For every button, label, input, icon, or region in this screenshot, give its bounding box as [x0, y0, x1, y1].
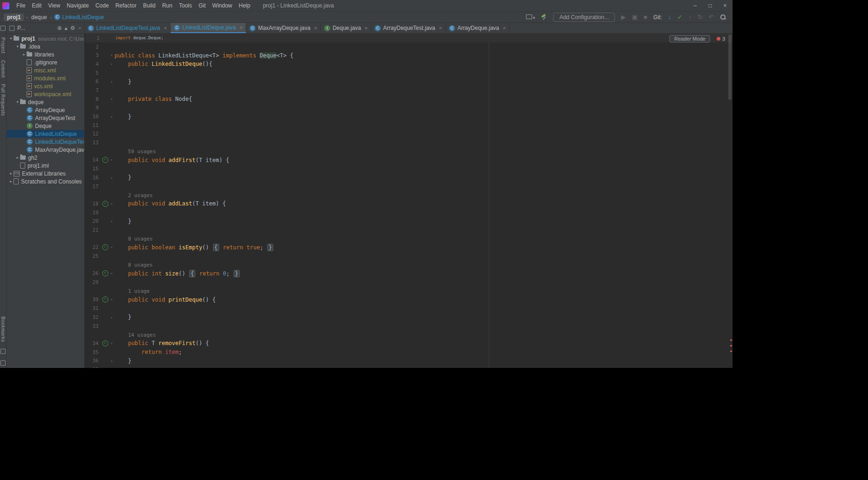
- history-icon[interactable]: ↻: [697, 14, 703, 20]
- expander-icon[interactable]: ▸: [15, 155, 20, 160]
- tree-row-vcs-xml[interactable]: vcs.xml: [7, 82, 84, 90]
- tab-maxarraydeque-java[interactable]: CMaxArrayDeque.java×: [246, 23, 321, 33]
- expander-icon[interactable]: ▸: [8, 179, 14, 184]
- search-icon[interactable]: [720, 14, 726, 20]
- tree-row--idea[interactable]: ▾.idea: [7, 42, 84, 50]
- tool-stripe-icon[interactable]: [0, 349, 6, 354]
- fold-marker[interactable]: ▴: [109, 359, 114, 363]
- tree-row-linkedlistdequetest[interactable]: CLinkedListDequeTest: [7, 138, 84, 146]
- fold-marker[interactable]: ▾: [109, 245, 114, 249]
- tree-row-proj1[interactable]: ▾proj1sources root, C:\Users\: [7, 35, 84, 42]
- breadcrumb-folder[interactable]: deque: [30, 14, 48, 21]
- menu-git[interactable]: Git: [195, 2, 209, 9]
- tree-row-arraydeque[interactable]: CArrayDeque: [7, 106, 84, 114]
- collapse-all-icon[interactable]: ▴: [64, 25, 67, 31]
- overriding-method-icon[interactable]: ↑: [102, 296, 108, 303]
- fold-marker[interactable]: ▴: [109, 79, 114, 84]
- gear-icon[interactable]: ⚙: [70, 25, 75, 31]
- fold-marker[interactable]: ▴: [109, 176, 114, 180]
- tab-deque-java[interactable]: IDeque.java×: [321, 23, 371, 33]
- git-update-icon[interactable]: ↓: [668, 14, 671, 20]
- close-button[interactable]: ×: [718, 0, 733, 11]
- tree-row--gitignore[interactable]: .gitignore: [7, 58, 84, 66]
- expander-icon[interactable]: ▾: [15, 44, 20, 49]
- tree-row-workspace-xml[interactable]: workspace.xml: [7, 90, 84, 98]
- stop-icon[interactable]: ■: [644, 14, 647, 20]
- overriding-method-icon[interactable]: ↑: [102, 201, 108, 207]
- overriding-method-icon[interactable]: ↑: [102, 244, 108, 250]
- menu-tools[interactable]: Tools: [176, 2, 195, 9]
- fold-marker[interactable]: ▾: [109, 271, 114, 275]
- tree-row-linkedlistdeque[interactable]: CLinkedListDeque: [7, 130, 84, 138]
- usages-inlay[interactable]: 8 usages: [114, 262, 153, 268]
- breadcrumb-file[interactable]: LinkedListDeque: [62, 14, 104, 21]
- minimize-button[interactable]: –: [688, 0, 703, 11]
- overriding-method-icon[interactable]: ↑: [102, 157, 108, 163]
- menu-build[interactable]: Build: [140, 2, 159, 9]
- git-commit-icon[interactable]: ✓: [677, 14, 683, 20]
- fold-marker[interactable]: ▾: [109, 297, 114, 302]
- tree-row-arraydequetest[interactable]: CArrayDequeTest: [7, 114, 84, 122]
- tool-stripe-bookmarks[interactable]: Bookmarks: [0, 317, 6, 342]
- tree-row-deque[interactable]: IDeque: [7, 122, 84, 130]
- menu-file[interactable]: File: [13, 2, 28, 9]
- scrollbar-thumb[interactable]: [728, 35, 732, 100]
- tool-stripe-pull-requests[interactable]: Pull Requests: [0, 84, 6, 116]
- tree-row-modules-xml[interactable]: modules.xml: [7, 74, 84, 82]
- fold-marker[interactable]: ▾: [109, 341, 114, 346]
- tab-arraydeque-java[interactable]: CArrayDeque.java×: [446, 23, 510, 33]
- tab-close-icon[interactable]: ×: [164, 25, 167, 31]
- build-hammer-icon[interactable]: [541, 14, 547, 20]
- menu-edit[interactable]: Edit: [28, 2, 45, 9]
- usages-inlay[interactable]: 14 usages: [114, 332, 156, 338]
- tool-stripe-icon[interactable]: [0, 26, 6, 31]
- fold-marker[interactable]: ▴: [109, 219, 114, 223]
- tab-close-icon[interactable]: ×: [314, 25, 317, 31]
- execution-target-icon[interactable]: ▾: [526, 14, 535, 21]
- fold-marker[interactable]: ▾: [109, 97, 114, 101]
- tool-stripe-icon[interactable]: [0, 360, 6, 366]
- overriding-method-icon[interactable]: ↑: [102, 340, 108, 346]
- overriding-method-icon[interactable]: ↑: [102, 270, 108, 276]
- tree-row-scratches-and-consoles[interactable]: ▸Scratches and Consoles: [7, 177, 84, 185]
- usages-inlay[interactable]: 1 usage: [114, 288, 149, 294]
- usages-inlay[interactable]: 59 usages: [114, 148, 156, 155]
- expander-icon[interactable]: ▾: [8, 36, 14, 41]
- error-stripe-mark[interactable]: [730, 351, 732, 352]
- fold-marker[interactable]: ▾: [109, 53, 114, 57]
- tree-row-libraries[interactable]: ▸libraries: [7, 50, 84, 58]
- reader-mode-button[interactable]: Reader Mode: [669, 35, 710, 42]
- tab-close-icon[interactable]: ×: [439, 25, 441, 31]
- run-icon[interactable]: ▶: [621, 14, 626, 20]
- tree-row-deque[interactable]: ▾deque: [7, 98, 84, 106]
- inspections-widget[interactable]: 3: [717, 36, 725, 42]
- menu-navigate[interactable]: Navigate: [64, 2, 92, 9]
- breadcrumb-root[interactable]: proj1: [4, 14, 24, 21]
- hide-panel-icon[interactable]: −: [78, 25, 81, 31]
- tree-row-external-libraries[interactable]: ▸External Libraries: [7, 169, 84, 177]
- tool-stripe-commit[interactable]: Commit: [0, 60, 6, 78]
- fold-marker[interactable]: ▴: [109, 114, 114, 119]
- locate-file-icon[interactable]: ⊕: [57, 25, 62, 31]
- tree-row-maxarraydeque-java[interactable]: CMaxArrayDeque.java: [7, 146, 84, 154]
- error-stripe-mark[interactable]: [730, 339, 732, 341]
- menu-view[interactable]: View: [45, 2, 64, 9]
- tab-close-icon[interactable]: ×: [503, 25, 505, 31]
- tab-linkedlistdequetest-java[interactable]: CLinkedListDequeTest.java×: [85, 23, 171, 33]
- error-stripe-mark[interactable]: [730, 345, 732, 346]
- tab-close-icon[interactable]: ×: [365, 25, 368, 31]
- tree-row-proj1-iml[interactable]: proj1.iml: [7, 162, 84, 169]
- usages-inlay[interactable]: 2 usages: [114, 192, 153, 198]
- tab-arraydequetest-java[interactable]: CArrayDequeTest.java×: [371, 23, 446, 33]
- fold-marker[interactable]: ▾: [109, 158, 114, 162]
- maximize-button[interactable]: □: [703, 0, 718, 11]
- menu-window[interactable]: Window: [209, 2, 235, 9]
- tree-row-gh2[interactable]: ▸gh2: [7, 154, 84, 162]
- run-configuration-combo[interactable]: Add Configuration...: [553, 13, 615, 22]
- menu-refactor[interactable]: Refactor: [112, 2, 140, 9]
- menu-code[interactable]: Code: [92, 2, 112, 9]
- tab-close-icon[interactable]: ×: [240, 25, 242, 30]
- code-editor[interactable]: 1import deque.Deque;23▾public class Link…: [85, 34, 733, 368]
- expander-icon[interactable]: ▾: [15, 100, 20, 104]
- fold-marker[interactable]: ▾: [109, 62, 114, 66]
